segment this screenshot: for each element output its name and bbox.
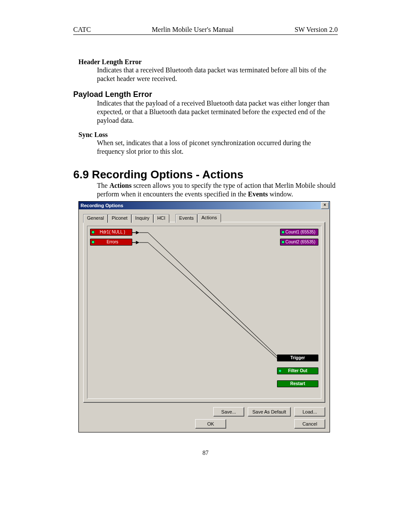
svg-line-7 — [148, 243, 278, 359]
actions-canvas: Hdr1( NULL ) Errors Count1 (65535) Count… — [87, 226, 321, 399]
close-icon: × — [324, 202, 326, 207]
tab-general[interactable]: General — [83, 214, 108, 223]
payload-length-error-body: Indicates that the payload of a received… — [97, 99, 338, 125]
ok-button[interactable]: OK — [195, 419, 226, 429]
svg-line-6 — [148, 233, 278, 357]
close-button[interactable]: × — [321, 202, 329, 209]
node-count2[interactable]: Count2 (65535) — [280, 239, 319, 246]
dialog-title: Recording Options — [81, 203, 123, 208]
dialog-titlebar[interactable]: Recording Options × — [79, 202, 330, 209]
load-button[interactable]: Load... — [294, 407, 325, 417]
page-header: CATC Merlin Mobile User's Manual SW Vers… — [73, 26, 338, 35]
header-length-error-body: Indicates that a received Bluetooth data… — [97, 66, 338, 83]
tab-piconet[interactable]: Piconet — [108, 214, 131, 223]
node-dot-icon — [91, 230, 95, 234]
node-restart[interactable]: Restart — [277, 380, 318, 387]
node-dot-icon — [281, 230, 285, 234]
node-count1[interactable]: Count1 (65535) — [280, 229, 319, 236]
sync-loss-body: When set, indicates that a loss of picon… — [97, 139, 338, 156]
tab-panel-actions: Hdr1( NULL ) Errors Count1 (65535) Count… — [83, 222, 325, 403]
section-6-9-body: The Actions screen allows you to specify… — [97, 181, 338, 199]
tab-strip: General Piconet Inquiry HCI Events Actio… — [83, 214, 325, 222]
header-left: CATC — [73, 26, 91, 34]
header-right: SW Version 2.0 — [295, 26, 338, 34]
header-center: Merlin Mobile User's Manual — [152, 26, 234, 34]
save-as-default-button[interactable]: Save As Default — [248, 407, 291, 417]
svg-marker-1 — [136, 231, 139, 234]
header-length-error-title: Header Length Error — [78, 58, 338, 66]
button-row-1: Save... Save As Default Load... — [83, 407, 325, 417]
cancel-button[interactable]: Cancel — [294, 419, 325, 429]
section-6-9-title: 6.9 Recording Options - Actions — [73, 168, 338, 181]
tab-hci[interactable]: HCI — [153, 214, 169, 223]
node-trigger[interactable]: Trigger — [277, 355, 318, 361]
node-dot-icon — [91, 240, 95, 244]
payload-length-error-title: Payload Length Error — [73, 90, 338, 99]
recording-options-dialog: Recording Options × General Piconet Inqu… — [78, 201, 330, 432]
node-dot-icon — [281, 240, 285, 244]
node-dot-icon — [278, 369, 282, 373]
svg-marker-3 — [136, 241, 139, 244]
node-errors[interactable]: Errors — [90, 239, 132, 246]
page-number: 87 — [73, 450, 338, 457]
tab-inquiry[interactable]: Inquiry — [131, 214, 153, 223]
button-row-2: OK Cancel — [83, 419, 325, 429]
sync-loss-title: Sync Loss — [78, 131, 338, 139]
node-hdr1[interactable]: Hdr1( NULL ) — [90, 229, 132, 236]
tab-actions[interactable]: Actions — [197, 214, 221, 222]
tab-spacer — [169, 214, 175, 223]
save-button[interactable]: Save... — [213, 407, 244, 417]
node-filter-out[interactable]: Filter Out — [277, 367, 318, 374]
tab-events[interactable]: Events — [175, 214, 198, 223]
